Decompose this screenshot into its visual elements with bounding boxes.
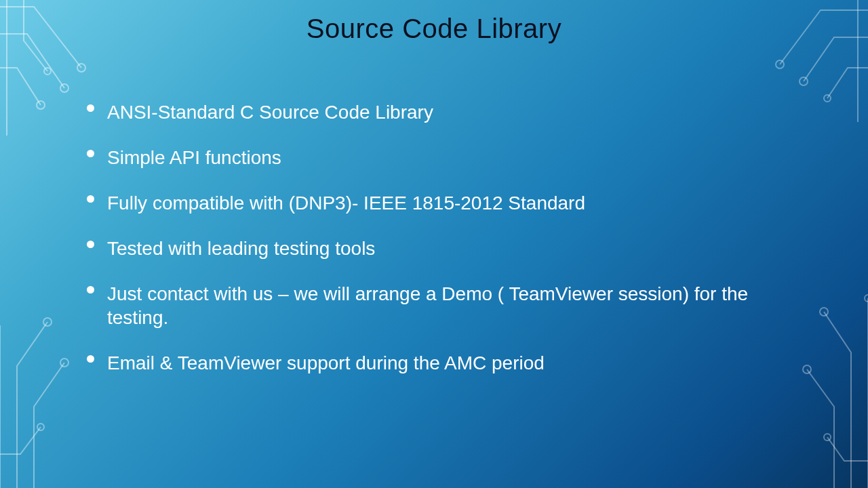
list-item-text: Email & TeamViewer support during the AM…	[107, 351, 807, 375]
list-item-text: Fully compatible with (DNP3)- IEEE 1815-…	[107, 191, 807, 215]
svg-point-3	[44, 68, 51, 75]
svg-point-8	[60, 359, 68, 367]
slide: Source Code Library ANSI-Standard C Sour…	[0, 0, 868, 488]
list-item-text: ANSI-Standard C Source Code Library	[107, 100, 807, 124]
svg-point-10	[820, 308, 828, 316]
list-item: Tested with leading testing tools	[87, 237, 807, 260]
svg-point-0	[77, 64, 85, 72]
svg-point-9	[37, 424, 44, 430]
svg-point-4	[776, 60, 784, 68]
svg-point-1	[60, 84, 68, 92]
bullet-list: ANSI-Standard C Source Code Library Simp…	[87, 100, 807, 396]
bullet-icon	[87, 195, 94, 203]
svg-point-6	[824, 95, 831, 102]
list-item-text: Tested with leading testing tools	[107, 237, 807, 260]
list-item-text: Just contact with us – we will arrange a…	[107, 282, 807, 329]
bullet-icon	[87, 286, 94, 293]
list-item: Just contact with us – we will arrange a…	[87, 282, 807, 329]
list-item: Simple API functions	[87, 146, 807, 169]
bullet-icon	[87, 355, 94, 363]
list-item-text: Simple API functions	[107, 146, 807, 169]
svg-point-12	[824, 434, 831, 441]
list-item: ANSI-Standard C Source Code Library	[87, 100, 807, 124]
list-item: Fully compatible with (DNP3)- IEEE 1815-…	[87, 191, 807, 215]
bullet-icon	[87, 241, 94, 248]
slide-title: Source Code Library	[0, 14, 868, 44]
svg-point-7	[43, 318, 52, 326]
svg-point-13	[865, 295, 868, 302]
svg-point-5	[800, 77, 808, 85]
list-item: Email & TeamViewer support during the AM…	[87, 351, 807, 375]
bullet-icon	[87, 104, 94, 112]
bullet-icon	[87, 150, 94, 157]
svg-point-2	[37, 101, 45, 109]
